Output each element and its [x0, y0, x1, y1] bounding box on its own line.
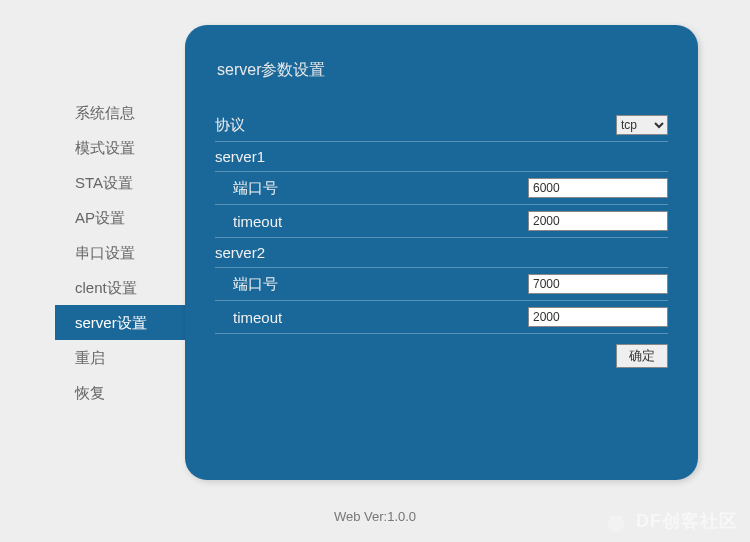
- panel-title: server参数设置: [215, 60, 668, 81]
- watermark-text: DF创客社区: [636, 511, 738, 531]
- protocol-label: 协议: [215, 116, 616, 135]
- server2-port-label: 端口号: [215, 275, 528, 294]
- server1-timeout-row: timeout: [215, 205, 668, 238]
- protocol-row: 协议 tcp: [215, 109, 668, 142]
- server1-heading-row: server1: [215, 142, 668, 172]
- server2-timeout-input[interactable]: [528, 307, 668, 327]
- sidebar-item-sta-settings[interactable]: STA设置: [55, 165, 185, 200]
- sidebar-item-mode-settings[interactable]: 模式设置: [55, 130, 185, 165]
- server1-heading: server1: [215, 148, 668, 165]
- settings-panel: server参数设置 协议 tcp server1 端口号 timeout se…: [185, 25, 698, 480]
- sidebar-item-system-info[interactable]: 系统信息: [55, 95, 185, 130]
- server2-timeout-row: timeout: [215, 301, 668, 334]
- sidebar-item-serial-settings[interactable]: 串口设置: [55, 235, 185, 270]
- sidebar-item-reboot[interactable]: 重启: [55, 340, 185, 375]
- server2-timeout-label: timeout: [215, 309, 528, 326]
- watermark-icon: [602, 508, 630, 536]
- server2-heading-row: server2: [215, 238, 668, 268]
- server1-port-label: 端口号: [215, 179, 528, 198]
- server2-port-row: 端口号: [215, 268, 668, 301]
- server1-port-row: 端口号: [215, 172, 668, 205]
- submit-row: 确定: [215, 334, 668, 368]
- server1-timeout-input[interactable]: [528, 211, 668, 231]
- watermark: DF创客社区: [602, 508, 738, 536]
- protocol-select[interactable]: tcp: [616, 115, 668, 135]
- svg-point-2: [618, 515, 623, 520]
- server2-port-input[interactable]: [528, 274, 668, 294]
- sidebar: 系统信息 模式设置 STA设置 AP设置 串口设置 clent设置 server…: [55, 25, 185, 480]
- submit-button[interactable]: 确定: [616, 344, 668, 368]
- svg-point-1: [609, 515, 614, 520]
- sidebar-item-client-settings[interactable]: clent设置: [55, 270, 185, 305]
- server2-heading: server2: [215, 244, 668, 261]
- sidebar-item-restore[interactable]: 恢复: [55, 375, 185, 410]
- server1-port-input[interactable]: [528, 178, 668, 198]
- sidebar-item-ap-settings[interactable]: AP设置: [55, 200, 185, 235]
- sidebar-item-server-settings[interactable]: server设置: [55, 305, 185, 340]
- server1-timeout-label: timeout: [215, 213, 528, 230]
